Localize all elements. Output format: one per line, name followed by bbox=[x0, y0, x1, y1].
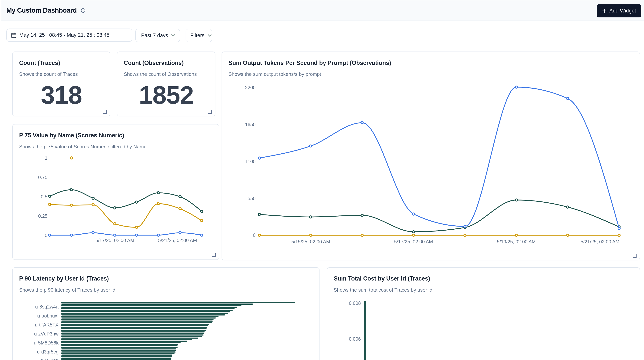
svg-text:550: 550 bbox=[248, 196, 256, 201]
svg-text:0.75: 0.75 bbox=[38, 174, 48, 180]
svg-text:5/21/25, 02:00 AM: 5/21/25, 02:00 AM bbox=[158, 238, 197, 243]
svg-text:5/21/25, 02:00 AM: 5/21/25, 02:00 AM bbox=[581, 239, 620, 244]
svg-text:u-d3qr5cg: u-d3qr5cg bbox=[37, 349, 58, 354]
svg-text:5/17/25, 02:00 AM: 5/17/25, 02:00 AM bbox=[394, 239, 433, 244]
svg-text:u-tFAR5TX: u-tFAR5TX bbox=[35, 322, 58, 327]
svg-text:1100: 1100 bbox=[245, 159, 256, 164]
svg-text:1: 1 bbox=[45, 155, 48, 160]
svg-text:u-zVqP3hw: u-zVqP3hw bbox=[34, 331, 59, 336]
svg-text:2200: 2200 bbox=[245, 85, 256, 90]
svg-text:u-5M8D56k: u-5M8D56k bbox=[34, 340, 59, 345]
svg-text:u-8sq2w4a: u-8sq2w4a bbox=[35, 304, 58, 309]
svg-text:0.006: 0.006 bbox=[349, 336, 361, 342]
svg-text:0.008: 0.008 bbox=[349, 300, 361, 306]
svg-text:0.5: 0.5 bbox=[41, 194, 48, 199]
svg-text:1650: 1650 bbox=[245, 122, 256, 127]
svg-text:0: 0 bbox=[253, 232, 256, 238]
svg-text:0: 0 bbox=[45, 233, 48, 238]
svg-text:5/19/25, 02:00 AM: 5/19/25, 02:00 AM bbox=[497, 239, 536, 244]
svg-text:0.25: 0.25 bbox=[38, 213, 48, 219]
svg-text:5/17/25, 02:00 AM: 5/17/25, 02:00 AM bbox=[96, 238, 134, 243]
svg-text:5/15/25, 02:00 AM: 5/15/25, 02:00 AM bbox=[292, 239, 330, 244]
svg-text:u-8fVa9T3: u-8fVa9T3 bbox=[36, 358, 58, 360]
svg-text:u-aobnuxf: u-aobnuxf bbox=[37, 313, 58, 318]
